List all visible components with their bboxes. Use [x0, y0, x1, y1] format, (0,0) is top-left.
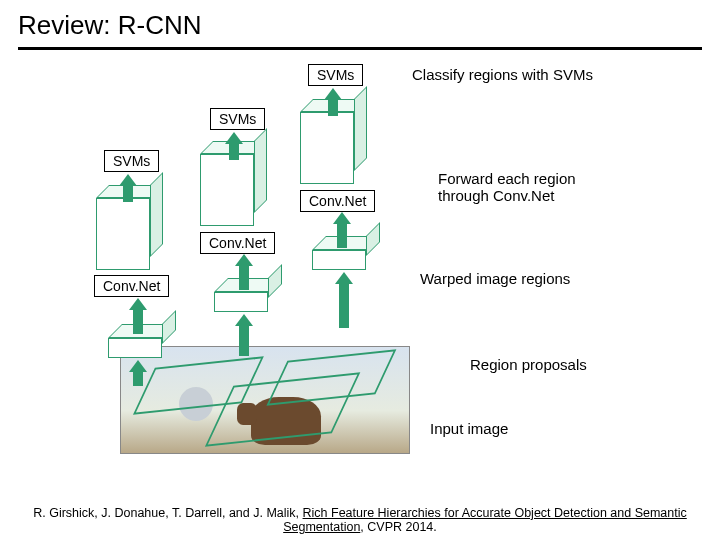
citation-venue: , CVPR 2014.: [360, 520, 436, 534]
svms-label-3: SVMs: [308, 64, 363, 86]
svms-label-2: SVMs: [210, 108, 265, 130]
annot-inputimg: Input image: [430, 420, 508, 437]
page-title: Review: R-CNN: [0, 0, 720, 47]
annot-regionprop: Region proposals: [470, 356, 587, 373]
svms-label-1: SVMs: [104, 150, 159, 172]
diagram-canvas: SVMs SVMs SVMs Classify regions with SVM…: [0, 50, 720, 480]
convnet-label-3: Conv.Net: [300, 190, 375, 212]
annot-forward: Forward each region through Conv.Net: [438, 170, 618, 204]
convnet-label-1: Conv.Net: [94, 275, 169, 297]
citation-paper-title: Rich Feature Hierarchies for Accurate Ob…: [283, 506, 687, 534]
input-image: [120, 346, 410, 454]
citation: R. Girshick, J. Donahue, T. Darrell, and…: [0, 506, 720, 534]
annot-classify: Classify regions with SVMs: [412, 66, 593, 83]
convnet-label-2: Conv.Net: [200, 232, 275, 254]
annot-warped: Warped image regions: [420, 270, 570, 287]
citation-authors: R. Girshick, J. Donahue, T. Darrell, and…: [33, 506, 302, 520]
